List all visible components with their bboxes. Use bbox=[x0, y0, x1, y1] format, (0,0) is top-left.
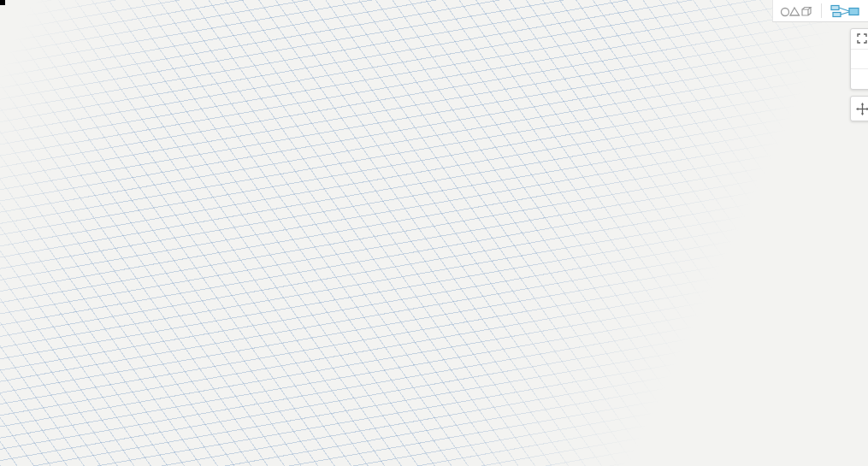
pan-button[interactable] bbox=[856, 103, 868, 115]
graph-view-button[interactable] bbox=[822, 0, 868, 21]
zoom-in-button[interactable] bbox=[851, 50, 868, 70]
top-toolbar bbox=[772, 0, 868, 22]
zoom-fit-button[interactable] bbox=[851, 29, 868, 50]
zoom-controls-panel bbox=[850, 28, 868, 90]
pan-icon bbox=[856, 103, 868, 115]
wires-layer bbox=[0, 0, 868, 466]
graph-view-icon bbox=[830, 4, 859, 18]
geometry-preview-icon bbox=[780, 4, 814, 18]
geometry-preview-button[interactable] bbox=[773, 0, 821, 21]
zoom-fit-icon bbox=[857, 33, 867, 44]
pan-panel bbox=[850, 96, 868, 121]
zoom-out-button[interactable] bbox=[851, 69, 868, 89]
